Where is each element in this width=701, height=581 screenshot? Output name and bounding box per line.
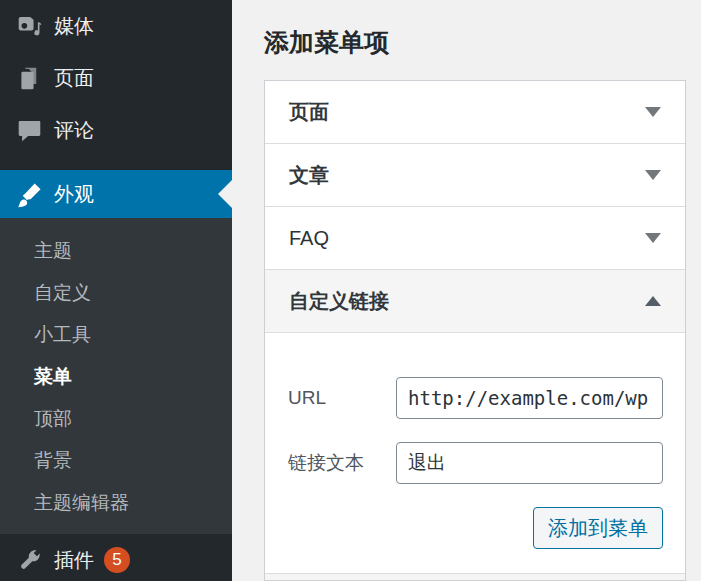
link-text-label: 链接文本 [288, 450, 396, 476]
page-title: 添加菜单项 [264, 26, 686, 58]
plugins-icon [16, 547, 43, 574]
section-title: 文章 [289, 162, 329, 189]
add-to-menu-button[interactable]: 添加到菜单 [533, 507, 663, 549]
sidebar-item-label: 媒体 [54, 13, 94, 40]
appearance-submenu: 主题 自定义 小工具 菜单 顶部 背景 主题编辑器 [0, 218, 232, 534]
admin-sidebar: 媒体 页面 评论 外观 主题 自定义 小工具 菜单 [0, 0, 232, 581]
wordpress-admin-screen: 媒体 页面 评论 外观 主题 自定义 小工具 菜单 [0, 0, 701, 581]
submenu-item-theme-editor[interactable]: 主题编辑器 [0, 482, 232, 524]
chevron-down-icon [645, 233, 661, 243]
accordion-section-custom-links[interactable]: 自定义链接 [265, 270, 685, 333]
chevron-down-icon [645, 170, 661, 180]
sidebar-item-pages[interactable]: 页面 [0, 52, 232, 104]
sidebar-separator [0, 156, 232, 170]
sidebar-item-plugins[interactable]: 插件 5 [0, 534, 232, 581]
current-menu-arrow [218, 180, 232, 208]
sidebar-item-comments[interactable]: 评论 [0, 104, 232, 156]
submenu-item-customize[interactable]: 自定义 [0, 272, 232, 314]
accordion-section-faq[interactable]: FAQ [265, 207, 685, 270]
link-text-field-row: 链接文本 [288, 442, 663, 484]
media-icon [16, 13, 43, 40]
chevron-up-icon [645, 296, 661, 306]
submenu-item-background[interactable]: 背景 [0, 440, 232, 482]
plugins-update-count-badge: 5 [104, 547, 130, 573]
comments-icon [16, 117, 43, 144]
link-text-input[interactable] [396, 442, 663, 484]
sidebar-item-label: 页面 [54, 65, 94, 92]
pages-icon [16, 65, 43, 92]
url-label: URL [288, 387, 396, 409]
sidebar-item-media[interactable]: 媒体 [0, 0, 232, 52]
accordion-section-posts[interactable]: 文章 [265, 144, 685, 207]
section-title: FAQ [289, 227, 329, 250]
section-title: 页面 [289, 99, 329, 126]
appearance-brush-icon [16, 181, 43, 208]
sidebar-item-label: 插件 [54, 547, 94, 574]
section-title: 自定义链接 [289, 288, 389, 315]
main-content: 添加菜单项 页面 文章 FAQ 自定义链接 URL [232, 0, 701, 581]
url-field-row: URL [288, 377, 663, 419]
sidebar-item-appearance[interactable]: 外观 [0, 170, 232, 218]
submenu-item-header[interactable]: 顶部 [0, 398, 232, 440]
form-actions: 添加到菜单 [288, 507, 663, 549]
sidebar-item-label: 评论 [54, 117, 94, 144]
sidebar-item-label: 外观 [54, 181, 94, 208]
url-input[interactable] [396, 377, 663, 419]
submenu-item-menus[interactable]: 菜单 [0, 356, 232, 398]
add-menu-items-accordion: 页面 文章 FAQ 自定义链接 URL 链接 [264, 80, 686, 581]
custom-link-panel: URL 链接文本 添加到菜单 [265, 333, 685, 574]
submenu-item-widgets[interactable]: 小工具 [0, 314, 232, 356]
next-section-stub [265, 574, 685, 580]
submenu-item-themes[interactable]: 主题 [0, 230, 232, 272]
accordion-section-pages[interactable]: 页面 [265, 81, 685, 144]
chevron-down-icon [645, 107, 661, 117]
